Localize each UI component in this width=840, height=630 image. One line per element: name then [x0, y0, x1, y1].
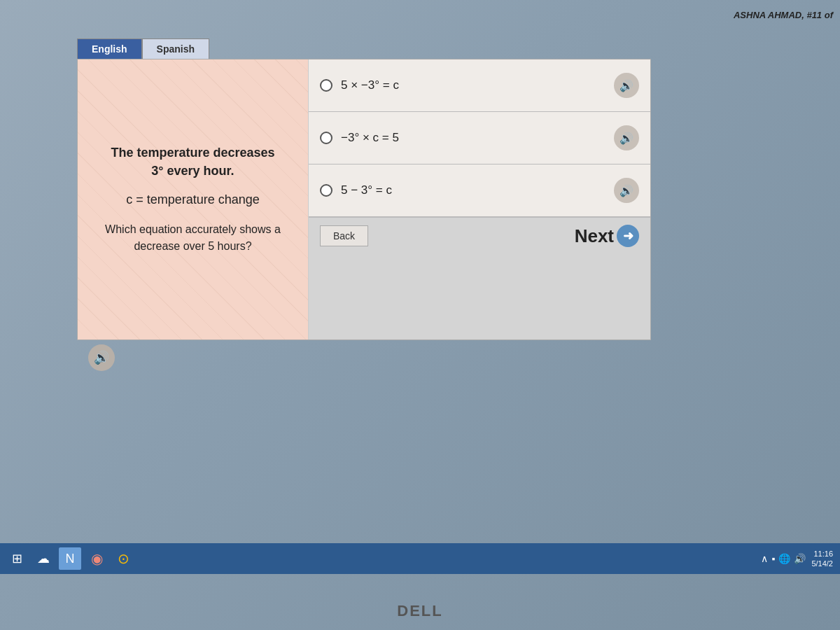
speaker-c[interactable]: 🔊 — [614, 178, 639, 203]
language-tabs: English Spanish — [77, 38, 651, 59]
tray-arrow-icon: ∧ — [761, 553, 768, 564]
taskbar-notepad-icon[interactable]: N — [59, 547, 81, 570]
taskbar-browser-icon[interactable]: ◉ — [85, 547, 108, 570]
question-panel: The temperature decreases 3° every hour.… — [78, 59, 309, 340]
question-text: The temperature decreases 3° every hour. — [95, 144, 290, 179]
taskbar-chrome-icon[interactable]: ⊙ — [112, 547, 134, 570]
tray-network-icon: 🌐 — [778, 553, 790, 564]
tray-volume-icon: 🔊 — [794, 553, 806, 564]
answer-option-a: 5 × −3° = c 🔊 — [309, 59, 650, 112]
tray-icons: ∧ ▪ 🌐 🔊 — [761, 553, 806, 564]
tab-english[interactable]: English — [77, 38, 142, 59]
speaker-b[interactable]: 🔊 — [614, 125, 639, 150]
user-info: ASHNA AHMAD, #11 of — [734, 10, 833, 20]
main-card: The temperature decreases 3° every hour.… — [77, 59, 651, 340]
answer-text-b: −3° × c = 5 — [341, 131, 606, 145]
bottom-speaker[interactable]: 🔊 — [88, 344, 115, 371]
system-clock: 11:16 5/14/2 — [811, 549, 833, 569]
desktop: ASHNA AHMAD, #11 of English Spanish The … — [0, 0, 840, 630]
answer-text-a: 5 × −3° = c — [341, 78, 606, 92]
variable-text: c = temperature change — [95, 192, 290, 207]
taskbar: ⊞ ☁ N ◉ ⊙ — [0, 543, 840, 574]
nav-row: Back Next ➜ — [309, 217, 650, 254]
answer-option-b: −3° × c = 5 🔊 — [309, 112, 650, 164]
radio-c[interactable] — [320, 184, 332, 197]
answer-text-c: 5 − 3° = c — [341, 183, 606, 197]
tab-spanish[interactable]: Spanish — [142, 38, 209, 59]
radio-b[interactable] — [320, 132, 332, 144]
speaker-a[interactable]: 🔊 — [614, 73, 639, 98]
tray-monitor-icon: ▪ — [771, 553, 775, 564]
system-tray: ∧ ▪ 🌐 🔊 11:16 5/14/2 — [754, 543, 840, 574]
answers-panel: 5 × −3° = c 🔊 −3° × c = 5 🔊 5 − 3° = c 🔊 — [309, 59, 650, 340]
content-area: English Spanish The temperature decrease… — [77, 38, 651, 371]
next-arrow-icon: ➜ — [617, 225, 639, 247]
next-button[interactable]: Next ➜ — [575, 225, 639, 247]
answer-option-c: 5 − 3° = c 🔊 — [309, 164, 650, 217]
dell-logo: DELL — [397, 602, 442, 620]
radio-a[interactable] — [320, 79, 332, 92]
taskbar-cloud-icon[interactable]: ☁ — [32, 547, 55, 570]
back-button[interactable]: Back — [320, 225, 368, 246]
taskbar-split-icon[interactable]: ⊞ — [6, 547, 28, 570]
prompt-text: Which equation accurately shows a decrea… — [95, 221, 290, 255]
